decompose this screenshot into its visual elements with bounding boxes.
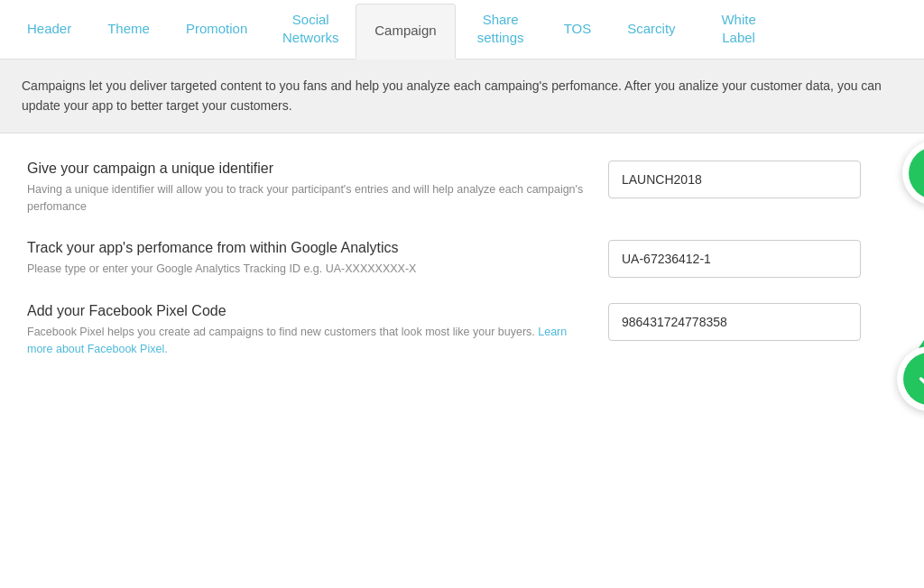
tab-campaign[interactable]: Campaign (356, 4, 455, 60)
field3-desc: Facebook Pixel helps you create ad campa… (27, 324, 590, 358)
field2-desc: Please type or enter your Google Analyti… (27, 261, 590, 278)
field3-check-badge (897, 330, 924, 411)
tab-header[interactable]: Header (9, 0, 89, 60)
tab-theme[interactable]: Theme (89, 0, 168, 60)
info-banner: Campaigns let you deliver targeted conte… (0, 60, 924, 133)
field3-right (608, 303, 897, 341)
field2-left: Track your app's perfomance from within … (27, 240, 608, 278)
facebook-pixel-input[interactable] (608, 303, 861, 341)
campaign-identifier-input[interactable] (608, 161, 861, 198)
field1-left: Give your campaign a unique identifier H… (27, 161, 608, 216)
tab-navigation: Header Theme Promotion Social Networks C… (0, 0, 924, 60)
field1-desc: Having a unique identifier will allow yo… (27, 181, 590, 216)
field2-title: Track your app's perfomance from within … (27, 240, 590, 256)
field1-title: Give your campaign a unique identifier (27, 161, 590, 177)
tab-social-networks[interactable]: Social Networks (265, 0, 356, 60)
tab-share-settings[interactable]: Share settings (456, 0, 546, 60)
field2-right (608, 240, 897, 278)
field3-desc-text: Facebook Pixel helps you create ad campa… (27, 326, 535, 338)
field3-left: Add your Facebook Pixel Code Facebook Pi… (27, 303, 608, 358)
tab-white-label[interactable]: White Label (694, 0, 784, 60)
tab-promotion[interactable]: Promotion (168, 0, 265, 60)
tab-tos[interactable]: TOS (546, 0, 610, 60)
google-analytics-row: Track your app's perfomance from within … (27, 240, 897, 278)
field1-right (608, 161, 897, 198)
campaign-identifier-row: Give your campaign a unique identifier H… (27, 161, 897, 216)
info-banner-text: Campaigns let you deliver targeted conte… (22, 78, 882, 113)
field3-title: Add your Facebook Pixel Code (27, 303, 590, 319)
main-content: Give your campaign a unique identifier H… (0, 133, 924, 410)
field1-check-badge (902, 141, 924, 222)
facebook-pixel-row: Add your Facebook Pixel Code Facebook Pi… (27, 303, 897, 358)
checkmark-icon-2 (917, 366, 924, 391)
tab-scarcity[interactable]: Scarcity (609, 0, 693, 60)
google-analytics-input[interactable] (608, 240, 861, 278)
